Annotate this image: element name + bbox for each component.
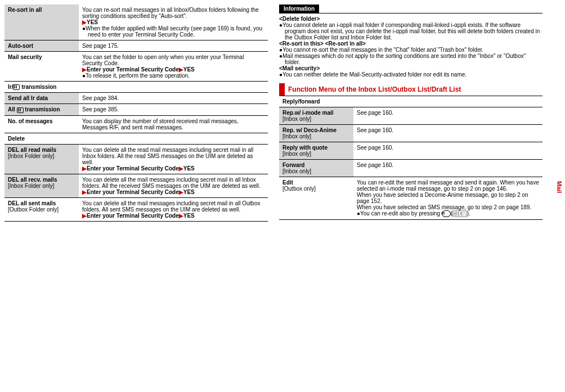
information-label: Information — [279, 4, 319, 13]
info-bullet: ●You can neither delete the Mail-Securit… — [279, 71, 542, 78]
ir-icon — [17, 107, 24, 113]
row-desc: See page 384. — [79, 93, 268, 104]
row-term: Send all Ir data — [5, 93, 79, 104]
info-tag: <Mail security> — [279, 65, 542, 71]
row-desc: You can delete all the read mail message… — [79, 144, 268, 174]
row-term: DEL all sent mails[Outbox Folder only] — [5, 197, 79, 221]
section-header: Delete — [5, 133, 268, 144]
row-term: Rep. w/ Deco-Anime[Inbox only] — [279, 125, 353, 142]
arrow-icon: ▶ — [82, 165, 87, 172]
row-term: No. of messages — [5, 115, 79, 133]
left-column: Re-sort in allYou can re-sort mail messa… — [5, 4, 268, 392]
row-desc: See page 160. — [353, 125, 542, 142]
section-header: Reply/forward — [279, 96, 542, 107]
ir-icon — [13, 84, 20, 90]
right-column: Information <Delete folder>●You cannot d… — [279, 4, 542, 392]
row-desc: See page 160. — [353, 107, 542, 125]
row-desc: You can display the number of stored rec… — [79, 115, 268, 133]
row-term: DEL all recv. mails[Inbox Folder only] — [5, 174, 79, 197]
arrow-icon: ▶ — [82, 66, 87, 73]
row-term: Reply with quote[Inbox only] — [279, 142, 353, 160]
row-term: Re-sort in all — [5, 4, 79, 40]
row-term: DEL all read mails[Inbox Folder only] — [5, 144, 79, 174]
right-table: Reply/forwardRep.w/ i-mode mail[Inbox on… — [279, 96, 542, 220]
info-bullet: ●Mail messages which do not apply to the… — [279, 53, 542, 65]
row-term: Mail security — [5, 52, 79, 82]
row-term: Forward[Inbox only] — [279, 160, 353, 177]
row-desc: You can delete all the mail messages inc… — [79, 174, 268, 197]
row-desc: See page 160. — [353, 160, 542, 177]
mail-key-icon: ✉ — [442, 210, 451, 217]
info-tag: <Re-sort in this> <Re-sort in all> — [279, 40, 542, 47]
information-box: Information <Delete folder>●You cannot d… — [279, 4, 542, 78]
row-desc: You can re-edit the sent mail message an… — [353, 177, 542, 220]
arrow-icon: ▶ — [82, 189, 87, 195]
row-desc: See page 160. — [353, 142, 542, 160]
row-term: All transmission — [5, 104, 79, 115]
row-desc: You can re-sort mail messages in all Inb… — [79, 4, 268, 40]
row-desc: See page 175. — [79, 40, 268, 52]
left-table: Re-sort in allYou can re-sort mail messa… — [5, 4, 268, 222]
row-term: Auto-sort — [5, 40, 79, 52]
row-desc: You can delete all the mail messages inc… — [79, 197, 268, 221]
side-tab-mail: Mail — [555, 179, 564, 195]
edit-softkey: Edit — [452, 210, 467, 217]
info-tag: <Delete folder> — [279, 16, 542, 22]
section-header: Ir/ transmission — [5, 82, 268, 93]
info-bullet: ●You cannot delete an i-αppli mail folde… — [279, 22, 542, 40]
row-desc: You can set the folder to open only when… — [79, 52, 268, 82]
function-menu-title: Function Menu of the Inbox List/Outbox L… — [279, 83, 542, 96]
row-term: Rep.w/ i-mode mail[Inbox only] — [279, 107, 353, 125]
row-term: Edit[Outbox only] — [279, 177, 353, 220]
row-desc: See page 385. — [79, 104, 268, 115]
arrow-icon: ▶ — [82, 19, 87, 25]
arrow-icon: ▶ — [82, 213, 87, 219]
info-bullet: ●You cannot re-sort the mail messages in… — [279, 47, 542, 53]
